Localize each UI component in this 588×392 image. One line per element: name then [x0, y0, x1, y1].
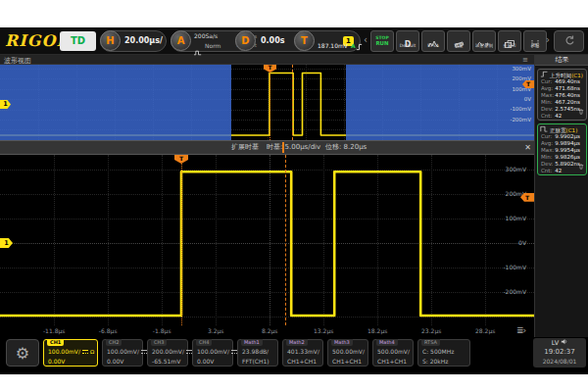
channel-status-bar: ⚙ CH1100.00mV/Ω0.00VCH2100.00mV/0.00VCH3… [0, 337, 588, 374]
channel-tile-ch4[interactable]: CH4100.00mV/0.00V [192, 339, 233, 367]
channel-tile-ch2[interactable]: CH2100.00mV/0.00V [102, 339, 143, 367]
stat-label: Min: [541, 154, 555, 161]
delay-button[interactable]: D [235, 30, 256, 51]
cursor-icon [524, 31, 546, 42]
tile-scale: 401.33mV/ [287, 348, 319, 355]
acq-mode: Norm [205, 42, 220, 49]
multi-window-icon [499, 31, 520, 42]
x-axis-label: 8.2μs [253, 327, 286, 334]
channel-tile-math4[interactable]: Math4500.00mV/CH1+CH1 [372, 339, 414, 367]
channel-tile-ch3[interactable]: CH3200.00mV/Ω-65.51mV [147, 339, 188, 367]
tile-scale-value: 500.00mV/ [377, 348, 410, 355]
toolbar-button-cursor[interactable]: 光标 [523, 30, 547, 52]
measurement-card-2[interactable]: 正脉宽(C1)Cur:9.9902μsAvg:9.9894μsMax:9.995… [537, 123, 587, 175]
toolbar-label: Default [398, 42, 417, 47]
refresh-button[interactable] [554, 30, 584, 52]
trigger-position-line [181, 155, 182, 325]
trigger-level: 187.10mV [318, 42, 348, 49]
toolbar-button-rtsa[interactable]: RTSA [421, 30, 445, 52]
toolbar-scroll-left-icon[interactable]: ‹ [364, 34, 368, 45]
stat-label: Avg: [541, 140, 555, 147]
tab-menu-icon[interactable]: ≡ [522, 56, 528, 64]
channel-tile-rtsa[interactable]: RTSAC: 500MHzS: 20kHz [417, 339, 470, 367]
tile-offset: CH1+CH1 [287, 358, 317, 365]
measurement-source: (C1) [566, 127, 578, 133]
top-status-bar: RIGOL TD H 20.00μs/ A 200Sa/s Norm 4Mpts… [0, 27, 588, 55]
zoom-timebase: 时基: 5.00μs/div [267, 141, 320, 154]
tile-tab-label: CH3 [151, 339, 167, 346]
stat-label: Cur: [541, 78, 555, 85]
delete-measurement-icon[interactable] [578, 100, 584, 119]
x-axis-label: 13.2μs [307, 327, 340, 334]
measurement-icon [540, 73, 548, 78]
x-axis-bar: ≣› -11.8μs-6.8μs-1.8μs3.2μs8.2μs13.2μs18… [0, 325, 534, 337]
trigger-button[interactable]: T [294, 30, 315, 51]
horizontal-button[interactable]: H [100, 30, 121, 51]
toolbar-label: 波形录制 [474, 42, 494, 47]
x-axis-label: -6.8μs [91, 327, 124, 334]
zoom-region-overlay-left[interactable] [0, 65, 231, 140]
rtsa-icon [422, 31, 444, 42]
main-waveform-grid[interactable]: T300mV200mV100mV0V-100mV-200mVT1 [0, 155, 534, 325]
measurement-icon [540, 127, 548, 133]
measurement-row: Avg:471.68ns [541, 85, 584, 92]
refresh-icon [564, 31, 575, 50]
stat-label: Dev: [541, 106, 555, 113]
toolbar-label: RTSA [423, 42, 443, 47]
toolbar-label: 多窗口 [500, 42, 519, 47]
stat-value: 476.40ns [555, 92, 580, 98]
stat-value: 469.40ns [555, 78, 580, 84]
toolbar-button-multi-window[interactable]: 多窗口 [498, 30, 521, 52]
settings-gear-icon[interactable]: ⚙ [6, 339, 39, 367]
zoom-title: 扩展时基 [231, 141, 259, 154]
toolbar-button-stop-run[interactable]: STOPRUN [370, 30, 394, 52]
measurement-name: 正脉宽 [550, 127, 566, 133]
tile-tab-label: CH1 [47, 339, 64, 346]
measurement-row: Max:9.9954μs [541, 147, 584, 154]
x-axis-label: 3.2μs [199, 327, 232, 334]
tile-scale-value: 401.33mV/ [287, 348, 319, 355]
zoom-close-icon[interactable]: ✕ [521, 141, 534, 154]
channel-tile-ch1[interactable]: CH1100.00mV/Ω0.00V [43, 339, 98, 367]
stat-label: Dev: [541, 161, 555, 168]
tile-scale: 100.00mV/ [107, 348, 147, 355]
timebase-value[interactable]: 20.00μs/ [124, 30, 163, 52]
y-axis-label: -100mV [493, 264, 526, 270]
view-tab-bar: 波形视图 ≡ [0, 55, 534, 65]
tile-scale-value: 100.00mV/ [107, 348, 139, 355]
y-axis-label: 300mV [498, 66, 531, 72]
system-clock-tile[interactable]: LV 19:02:37 2024/08/01 [533, 338, 586, 368]
channel-tile-math1[interactable]: Math123.98dB/FFT(CH1) [237, 339, 278, 367]
results-header: 结果 [535, 55, 588, 66]
stat-value: 9.9902μs [555, 133, 580, 139]
y-axis-label: -100mV [498, 106, 531, 112]
waveform-overview-window[interactable]: T300mV200mV100mV0V-100mV-200mVT1 [0, 65, 534, 140]
acquire-button[interactable]: A [171, 30, 191, 51]
trigger-sweep-mode: A [351, 42, 356, 49]
trigger-status-indicator[interactable]: TD [60, 31, 96, 51]
channel-tile-math2[interactable]: Math2401.33mV/CH1+CH1 [282, 339, 323, 367]
clock-time: 19:02:37 [533, 348, 586, 357]
zoom-offset: 位移: 8.20μs [325, 141, 367, 154]
tile-tab-label: Math4 [376, 339, 398, 346]
x-axis-label: 28.2μs [468, 327, 502, 334]
stat-value: 471.68ns [555, 85, 580, 91]
measurement-card-1[interactable]: 上升时间(C1)Cur:469.40nsAvg:471.68nsMax:476.… [537, 69, 587, 121]
dc-coupling-icon [82, 349, 88, 354]
axis-menu-icon[interactable]: ≣› [516, 325, 525, 335]
stat-value: 9.9954μs [555, 147, 580, 153]
toolbar-button-record[interactable]: 波形录制 [472, 30, 496, 52]
zoom-position-marker [282, 142, 284, 153]
toolbar-button-default[interactable]: DDefault [396, 30, 419, 52]
y-axis-label: 0V [493, 239, 526, 246]
x-axis-label: 18.2μs [361, 327, 394, 334]
delete-measurement-icon[interactable] [578, 155, 584, 173]
speaker-icon [561, 339, 567, 347]
tile-scale: 500.00mV/ [332, 348, 365, 355]
channel-tile-math3[interactable]: Math3500.00mV/CH1+CH1 [327, 339, 368, 367]
toolbar-scroll-right-icon[interactable]: › [546, 34, 550, 45]
measurement-row: Cur:9.9902μs [541, 133, 584, 140]
tile-tab-label: CH4 [196, 339, 212, 346]
toolbar-button-measure[interactable]: 测量 [447, 30, 470, 52]
tile-scale: 500.00mV/ [377, 348, 410, 355]
